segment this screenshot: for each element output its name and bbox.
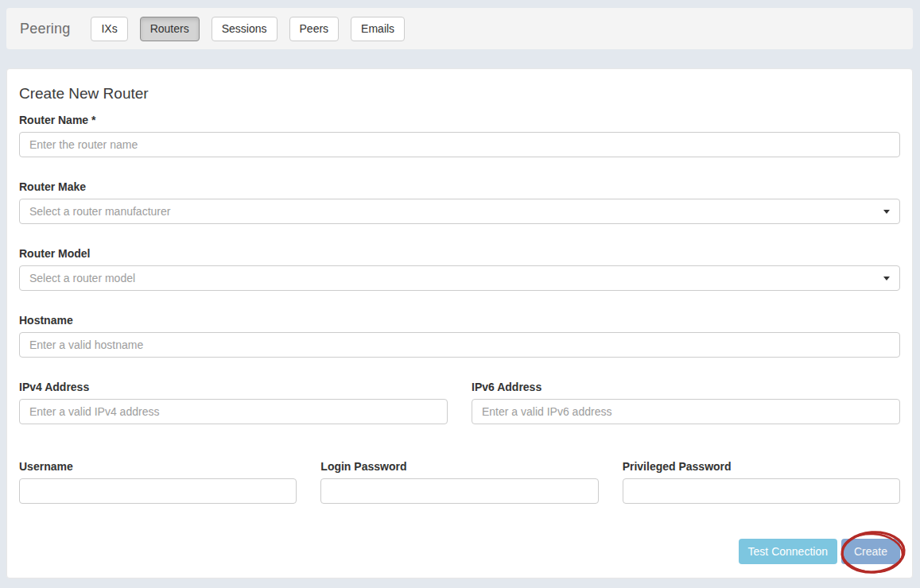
page: Peering IXs Routers Sessions Peers Email… [0, 0, 920, 588]
router-model-selected-value: Select a router model [29, 272, 135, 284]
ipv6-group: IPv6 Address [472, 381, 900, 424]
hostname-input[interactable] [19, 332, 900, 358]
hostname-label: Hostname [19, 314, 900, 327]
login-password-group: Login Password [320, 460, 598, 504]
router-make-group: Router Make Select a router manufacturer [19, 180, 900, 224]
username-input[interactable] [19, 478, 297, 504]
privileged-password-group: Privileged Password [623, 460, 900, 504]
form-actions: Test Connection Create [19, 539, 900, 564]
router-model-select[interactable]: Select a router model [19, 265, 900, 291]
hostname-group: Hostname [19, 314, 900, 358]
peering-tabs: IXs Routers Sessions Peers Emails [91, 17, 405, 41]
tab-routers[interactable]: Routers [140, 17, 200, 41]
router-name-group: Router Name * [19, 114, 900, 157]
required-indicator: * [91, 114, 95, 126]
tab-sessions[interactable]: Sessions [212, 17, 278, 41]
router-name-label: Router Name * [19, 114, 900, 127]
test-connection-button[interactable]: Test Connection [739, 539, 837, 564]
ipv4-label: IPv4 Address [19, 381, 448, 394]
ipv6-label: IPv6 Address [472, 381, 900, 394]
ipv4-group: IPv4 Address [19, 381, 448, 424]
peering-header: Peering IXs Routers Sessions Peers Email… [6, 8, 913, 49]
router-model-group: Router Model Select a router model [19, 247, 900, 291]
credentials-row: Username Login Password Privileged Passw… [19, 460, 900, 504]
privileged-password-input[interactable] [623, 478, 900, 504]
username-group: Username [19, 460, 297, 504]
caret-down-icon [883, 210, 890, 214]
page-title: Peering [20, 21, 70, 37]
ip-address-row: IPv4 Address IPv6 Address [19, 381, 900, 424]
caret-down-icon [883, 277, 890, 280]
login-password-input[interactable] [320, 478, 598, 504]
create-router-panel: Create New Router Router Name * Router M… [6, 68, 913, 578]
router-make-label: Router Make [19, 180, 900, 194]
tab-ixs[interactable]: IXs [91, 17, 127, 41]
router-model-label: Router Model [19, 247, 900, 261]
router-name-input[interactable] [19, 132, 900, 157]
form-title: Create New Router [19, 85, 900, 103]
privileged-password-label: Privileged Password [623, 460, 900, 474]
router-make-select[interactable]: Select a router manufacturer [19, 199, 900, 224]
login-password-label: Login Password [320, 460, 598, 474]
create-button[interactable]: Create [841, 539, 900, 564]
tab-emails[interactable]: Emails [351, 17, 405, 41]
ipv4-input[interactable] [19, 399, 448, 424]
username-label: Username [19, 460, 297, 474]
router-make-selected-value: Select a router manufacturer [29, 205, 170, 218]
ipv6-input[interactable] [472, 399, 900, 424]
tab-peers[interactable]: Peers [289, 17, 340, 41]
